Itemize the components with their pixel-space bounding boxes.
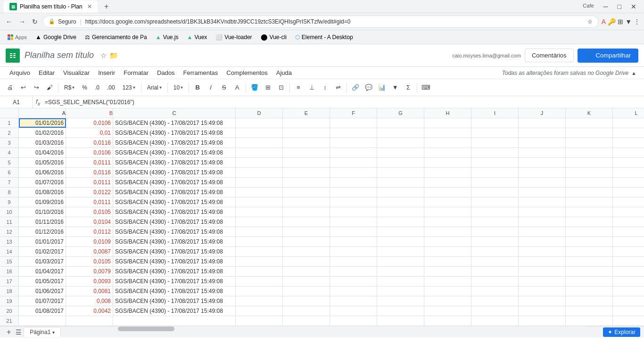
cell-d[interactable] [236,168,283,177]
cell-date[interactable]: 01/02/2017 [19,247,66,256]
row-number[interactable]: 7 [0,178,19,187]
row-number[interactable]: 9 [0,197,19,207]
menu-formatar[interactable]: Formatar [120,68,152,78]
cell-h[interactable] [424,277,471,286]
cell-h[interactable] [424,188,471,197]
font-dropdown[interactable]: Arial ▾ [144,83,165,92]
row-number[interactable]: 18 [0,286,19,296]
menu-inserir[interactable]: Inserir [94,68,119,78]
cell-i[interactable] [471,227,519,237]
cell-j[interactable] [519,158,566,167]
bookmark-star-icon[interactable]: ☆ [587,18,593,25]
cell-l[interactable] [613,227,644,237]
cell-f[interactable] [330,138,377,147]
cell-i[interactable] [471,207,519,217]
cell-l[interactable] [613,178,644,187]
cell-j[interactable] [519,306,566,316]
cell-f[interactable] [330,118,377,128]
cell-h[interactable] [424,197,471,207]
comments-button[interactable]: Comentários [525,49,574,62]
cell-e[interactable] [283,178,330,187]
row-number[interactable]: 21 [0,316,19,326]
cell-h[interactable] [424,237,471,246]
row-number[interactable]: 4 [0,148,19,157]
cell-f[interactable] [330,197,377,207]
cell-e[interactable] [283,257,330,266]
cell-f[interactable] [330,247,377,256]
bookmark-vuejs[interactable]: ▲ Vue.js [152,33,182,42]
formula-content[interactable]: =SGS_SELIC_MENSAL("01/2016") [43,99,644,106]
cell-d[interactable] [236,207,283,217]
cell-g[interactable] [377,188,424,197]
cell-d[interactable] [236,286,283,296]
cell-d[interactable] [236,306,283,316]
cell-l[interactable] [613,267,644,276]
cell-j[interactable] [519,247,566,256]
cell-reference[interactable]: A1 [0,96,33,108]
cell-l[interactable] [613,277,644,286]
cell-value[interactable]: 0,0111 [66,178,113,187]
cell-source[interactable]: SGS/BACEN (4390) - 17/08/2017 15:49:08 [113,306,236,316]
chart-button[interactable]: 📊 [376,82,388,94]
cell-f[interactable] [330,316,377,326]
cell-date[interactable]: 01/02/2016 [19,128,66,138]
browser-tab[interactable]: ▦ Planilha sem título - Plan ✕ [4,0,98,13]
text-rotation-button[interactable]: ↕ [319,82,331,94]
close-button[interactable]: ✕ [627,3,640,10]
share-button[interactable]: 👤 Compartilhar [578,49,638,63]
cell-j[interactable] [519,148,566,157]
cell-k[interactable] [566,148,613,157]
cell-source[interactable]: SGS/BACEN (4390) - 17/08/2017 15:49:08 [113,148,236,157]
cell-i[interactable] [471,148,519,157]
cell-g[interactable] [377,158,424,167]
paint-format-button[interactable]: 🖌 [43,82,56,94]
cell-date[interactable]: 01/04/2017 [19,267,66,276]
folder-icon[interactable]: 📁 [109,51,118,60]
row-number[interactable]: 8 [0,188,19,197]
cell-g[interactable] [377,257,424,266]
cell-date[interactable]: 01/07/2017 [19,296,66,306]
cell-k[interactable] [566,306,613,316]
cell-value[interactable]: 0,0122 [66,188,113,197]
more-icon[interactable]: ⋮ [634,18,640,25]
undo-button[interactable]: ↩ [17,82,29,94]
cell-d[interactable] [236,227,283,237]
cell-value[interactable]: 0,0112 [66,227,113,237]
bookmark-vue-loader[interactable]: ⬜ Vue-loader [212,33,256,42]
cell-h[interactable] [424,168,471,177]
cell-f[interactable] [330,237,377,246]
cell-value[interactable]: 0,0111 [66,197,113,207]
row-number[interactable]: 2 [0,128,19,138]
cell-source[interactable]: SGS/BACEN (4390) - 17/08/2017 15:49:08 [113,188,236,197]
cell-j[interactable] [519,316,566,326]
cell-d[interactable] [236,158,283,167]
cell-i[interactable] [471,168,519,177]
ext-icon3[interactable]: ▼ [625,18,632,25]
cell-f[interactable] [330,168,377,177]
col-header-j[interactable]: J [519,108,566,118]
cell-g[interactable] [377,316,424,326]
cell-source[interactable]: SGS/BACEN (4390) - 17/08/2017 15:49:08 [113,168,236,177]
cell-e[interactable] [283,138,330,147]
cell-k[interactable] [566,188,613,197]
percent-dropdown[interactable]: % [79,83,91,92]
cell-k[interactable] [566,128,613,138]
cell-date[interactable]: 01/04/2016 [19,148,66,157]
cell-d[interactable] [236,197,283,207]
col-header-a[interactable]: A [19,108,66,118]
cell-i[interactable] [471,178,519,187]
cell-h[interactable] [424,138,471,147]
cell-date[interactable]: 01/10/2016 [19,207,66,217]
cell-f[interactable] [330,306,377,316]
cell-l[interactable] [613,306,644,316]
row-number[interactable]: 11 [0,217,19,227]
cell-value[interactable]: 0,0105 [66,207,113,217]
collapse-toolbar-button[interactable]: ▲ [629,70,638,76]
cell-date[interactable]: 01/06/2017 [19,286,66,296]
cell-value[interactable]: 0,0106 [66,118,113,128]
cell-k[interactable] [566,296,613,306]
cell-d[interactable] [236,267,283,276]
cell-j[interactable] [519,286,566,296]
cell-j[interactable] [519,138,566,147]
close-tab-icon[interactable]: ✕ [87,3,92,10]
